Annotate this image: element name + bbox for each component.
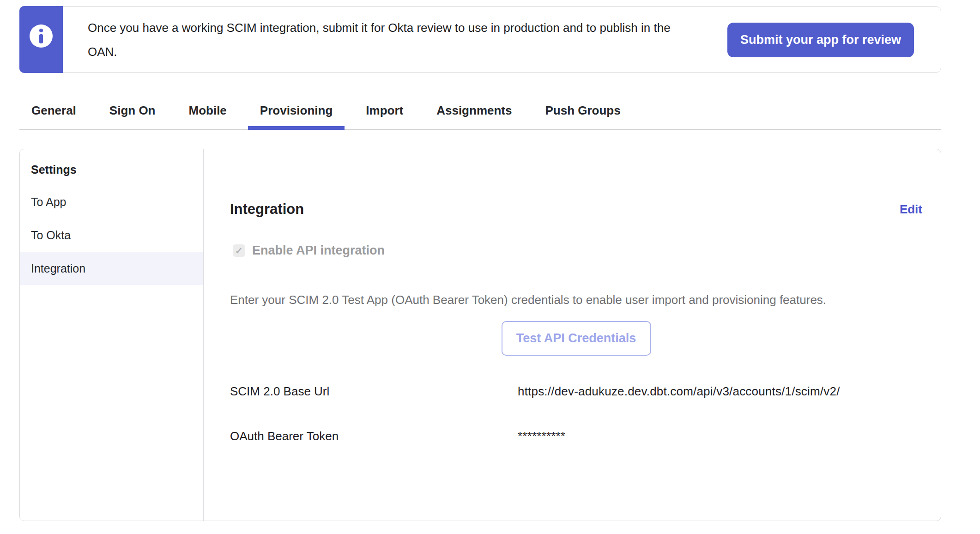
app-tabbar: General Sign On Mobile Provisioning Impo… bbox=[19, 95, 941, 130]
provisioning-card: Settings To App To Okta Integration Inte… bbox=[19, 149, 941, 521]
scim-base-url-label: SCIM 2.0 Base Url bbox=[230, 384, 518, 399]
section-title: Integration bbox=[230, 201, 304, 218]
tab-mobile[interactable]: Mobile bbox=[177, 95, 239, 130]
tab-push-groups[interactable]: Push Groups bbox=[533, 95, 632, 130]
sidebar-item-to-okta[interactable]: To Okta bbox=[20, 218, 203, 252]
field-row-oauth-bearer-token: OAuth Bearer Token ********** bbox=[230, 429, 922, 443]
tab-assignments[interactable]: Assignments bbox=[424, 95, 524, 130]
integration-panel: Integration Edit ✓ Enable API integratio… bbox=[204, 149, 941, 521]
sidebar-heading: Settings bbox=[20, 159, 203, 185]
edit-link[interactable]: Edit bbox=[900, 202, 922, 217]
tab-general[interactable]: General bbox=[19, 95, 88, 130]
tab-sign-on[interactable]: Sign On bbox=[97, 95, 168, 130]
credentials-description: Enter your SCIM 2.0 Test App (OAuth Bear… bbox=[230, 293, 922, 307]
info-banner: Once you have a working SCIM integration… bbox=[19, 6, 941, 73]
scim-base-url-value: https://dev-adukuze.dev.dbt.com/api/v3/a… bbox=[518, 384, 840, 399]
oauth-bearer-token-label: OAuth Bearer Token bbox=[230, 429, 518, 443]
test-api-credentials-button[interactable]: Test API Credentials bbox=[502, 321, 651, 356]
submit-app-for-review-button[interactable]: Submit your app for review bbox=[727, 23, 914, 57]
info-icon bbox=[30, 24, 53, 48]
banner-accent-bar bbox=[19, 6, 63, 73]
tab-provisioning[interactable]: Provisioning bbox=[248, 95, 345, 130]
oauth-bearer-token-value: ********** bbox=[518, 429, 565, 443]
banner-message: Once you have a working SCIM integration… bbox=[88, 16, 702, 64]
tab-import[interactable]: Import bbox=[354, 95, 415, 130]
settings-sidebar: Settings To App To Okta Integration bbox=[20, 149, 204, 521]
field-row-scim-base-url: SCIM 2.0 Base Url https://dev-adukuze.de… bbox=[230, 384, 922, 399]
enable-api-integration-checkbox[interactable]: ✓ bbox=[233, 244, 245, 257]
sidebar-item-integration[interactable]: Integration bbox=[20, 252, 203, 285]
enable-api-integration-label: Enable API integration bbox=[252, 243, 385, 258]
sidebar-item-to-app[interactable]: To App bbox=[20, 185, 203, 218]
